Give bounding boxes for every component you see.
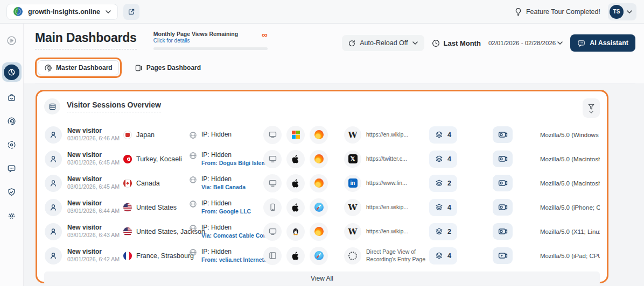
sidebar-item-settings[interactable] — [4, 208, 20, 224]
visit-datetime: 03/01/2026, 6:45 AM — [67, 159, 120, 167]
user-agent: Mozilla/5.0 (iPad; CPU O... — [540, 253, 600, 259]
session-row[interactable]: New visitor03/01/2026, 6:45 AM Turkey, K… — [44, 147, 600, 171]
visitor-type: New visitor — [67, 151, 120, 160]
sidebar-item-ecommerce[interactable] — [4, 89, 20, 105]
page-title: Main Dashboards — [35, 31, 137, 49]
pages-count-badge[interactable]: 4 — [429, 151, 457, 168]
isp-link[interactable]: Via: Bell Canada — [201, 183, 246, 191]
sidebar-collapse-button[interactable] — [4, 32, 20, 48]
pages-count: 4 — [447, 131, 451, 139]
site-name: growth-insights.online — [28, 8, 100, 16]
visitor-icon — [45, 151, 62, 168]
sidebar — [0, 24, 24, 286]
filter-funnel-icon — [587, 103, 595, 110]
chevron-down-icon — [412, 41, 418, 45]
camera-icon[interactable] — [493, 175, 513, 191]
desktop-icon — [263, 150, 282, 168]
layers-icon — [435, 227, 443, 235]
safari-icon — [310, 198, 328, 217]
layers-icon — [435, 155, 443, 163]
quota-title: Monthly Page Views Remaining — [153, 31, 238, 38]
chevron-down-icon — [557, 41, 563, 45]
session-row[interactable]: New visitor03/01/2026, 6:45 AM Canada IP… — [44, 171, 600, 195]
website-selector[interactable]: growth-insights.online — [6, 4, 118, 20]
open-website-button[interactable] — [123, 4, 139, 20]
user-menu[interactable]: TS — [608, 3, 636, 20]
pages-count-badge[interactable]: 4 — [429, 247, 457, 264]
pages-dashboard-icon — [135, 64, 143, 72]
feature-tour-status[interactable]: Feature Tour Completed! — [514, 8, 600, 16]
ip-label: IP: Hidden — [201, 131, 232, 139]
pages-count-badge[interactable]: 4 — [429, 199, 457, 216]
x-icon: 𝕏 — [344, 151, 361, 168]
sidebar-item-session-recordings[interactable] — [4, 137, 20, 153]
tab-pages-dashboard[interactable]: Pages Dashboard — [130, 64, 205, 72]
mobile-icon — [263, 198, 282, 217]
pages-count-badge[interactable]: 2 — [429, 223, 457, 240]
visitor-icon — [45, 126, 62, 144]
sidebar-item-visitor-behavior[interactable] — [4, 113, 20, 129]
isp-link[interactable]: From: Dogus Bilgi Islem ... — [201, 159, 272, 167]
globe-icon — [189, 248, 197, 256]
firefox-icon — [310, 174, 328, 192]
camera-play-icon[interactable] — [493, 247, 513, 264]
firefox-icon — [310, 126, 328, 144]
visitor-type: New visitor — [67, 127, 120, 135]
session-row[interactable]: New visitor03/01/2026, 6:42 AM France, S… — [44, 244, 600, 268]
isp-link[interactable]: Via: Comcast Cable Com... — [201, 232, 273, 239]
wikipedia-icon: W — [344, 223, 361, 240]
globe-icon — [189, 131, 197, 139]
date-range-picker[interactable]: 02/01/2026 - 02/28/2026 — [488, 40, 563, 46]
visitor-icon — [45, 175, 62, 192]
external-link-icon — [128, 8, 135, 16]
visit-datetime: 03/01/2026, 6:43 AM — [67, 232, 120, 239]
pages-count-badge[interactable]: 4 — [429, 126, 457, 144]
flag-fr-icon — [123, 252, 132, 260]
sessions-table-icon — [44, 98, 60, 115]
country-label: Turkey, Kocaeli — [136, 155, 182, 163]
period-selector[interactable]: Last Month — [432, 39, 481, 47]
session-row[interactable]: New visitor03/01/2026, 6:43 AM United St… — [44, 219, 600, 244]
firefox-icon — [310, 223, 328, 241]
sidebar-item-feedback[interactable] — [4, 160, 20, 176]
desktop-icon — [263, 223, 282, 241]
ip-label: IP: Hidden — [201, 248, 272, 256]
isp-link[interactable]: From: velia.net Internetd... — [201, 256, 272, 263]
layers-icon — [435, 131, 443, 139]
tab-master-dashboard[interactable]: Master Dashboard — [38, 60, 119, 75]
pages-count-badge[interactable]: 2 — [429, 175, 457, 192]
visitor-icon — [45, 199, 62, 216]
session-row[interactable]: New visitor03/01/2026, 6:44 AM United St… — [44, 195, 600, 219]
flag-us-icon — [123, 227, 132, 236]
view-all-button[interactable]: View All — [44, 271, 600, 285]
clock-icon — [432, 39, 440, 47]
windows-icon — [286, 126, 305, 144]
filter-button[interactable] — [583, 98, 600, 118]
sidebar-item-privacy[interactable] — [4, 184, 20, 200]
layers-icon — [435, 179, 443, 187]
visit-datetime: 03/01/2026, 6:45 AM — [67, 183, 120, 191]
session-row[interactable]: New visitor03/01/2026, 6:46 AM Japan IP:… — [44, 123, 600, 147]
camera-icon[interactable] — [493, 199, 513, 216]
chevron-down-icon — [106, 10, 111, 13]
collapse-icon — [6, 35, 17, 46]
camera-icon[interactable] — [493, 151, 513, 167]
visit-datetime: 03/01/2026, 6:44 AM — [67, 208, 120, 215]
auto-reload-dropdown[interactable]: Auto-Reload Off — [342, 35, 424, 51]
shield-check-icon — [7, 188, 16, 197]
auto-reload-label: Auto-Reload Off — [360, 39, 408, 47]
flag-us-icon — [123, 203, 132, 212]
ip-label: IP: Hidden — [201, 224, 273, 232]
master-dashboard-highlight: Master Dashboard — [35, 58, 122, 78]
sidebar-item-dashboards[interactable] — [2, 62, 22, 82]
isp-link[interactable]: From: Google LLC — [201, 208, 251, 215]
ip-label: IP: Hidden — [201, 199, 251, 208]
tab-master-label: Master Dashboard — [56, 64, 113, 72]
apple-icon — [286, 174, 305, 192]
referrer-url: https://en.wikip... — [366, 204, 408, 211]
camera-icon[interactable] — [493, 223, 513, 240]
visit-datetime: 03/01/2026, 6:46 AM — [67, 135, 120, 142]
quota-details-link[interactable]: Click for details — [153, 38, 238, 44]
camera-icon[interactable] — [493, 126, 513, 143]
ai-assistant-button[interactable]: AI Assistant — [570, 34, 635, 52]
